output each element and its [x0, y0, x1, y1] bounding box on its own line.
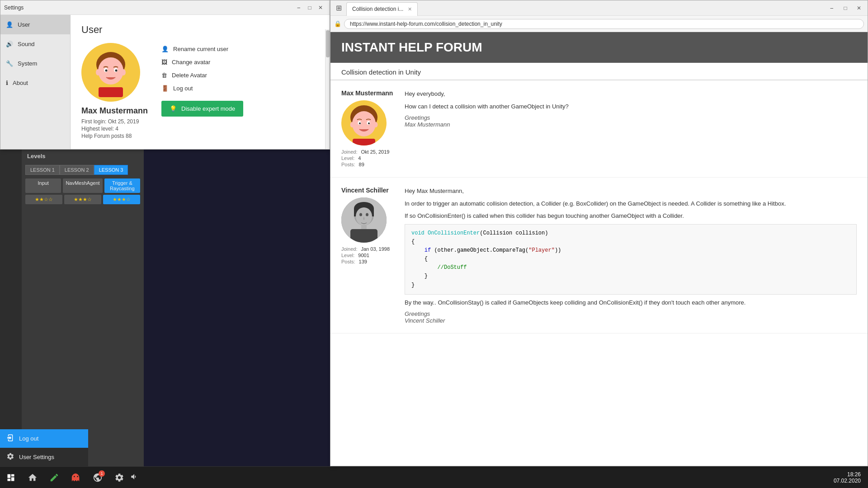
taskbar-settings-icon[interactable]	[108, 467, 130, 488]
post-content-max: Hey everybody, How can I detect a collis…	[405, 89, 857, 168]
lesson-2-tab[interactable]: LESSON 2	[60, 165, 94, 175]
code-brace-open: {	[411, 239, 415, 245]
delete-avatar-label: Delete Avatar	[172, 72, 207, 79]
code-if: if (other.gameObject.CompareTag("Player"…	[425, 247, 561, 253]
lesson-3-tab[interactable]: LESSON 3	[94, 165, 128, 175]
settings-content: User	[71, 15, 330, 149]
browser-minimize-button[interactable]: ‒	[825, 0, 839, 16]
svg-point-15	[368, 122, 370, 124]
first-login-stat: First login: Okt 25, 2019	[81, 118, 148, 125]
settings-close-button[interactable]: ✕	[315, 2, 326, 13]
logout-action-button[interactable]: 🚪 Log out	[161, 84, 243, 93]
code-comment: //DoStuff	[438, 264, 467, 271]
lesson-1-content: Input	[25, 178, 61, 193]
settings-nav-about[interactable]: ℹ About	[0, 73, 70, 93]
settings-minimize-button[interactable]: ‒	[293, 2, 304, 13]
post-text3-vincent: By the way.. OnCollisionStay() is called…	[405, 298, 857, 307]
svg-point-1	[98, 57, 123, 84]
user-meta: Max Mustermann First login: Okt 25, 2019…	[81, 106, 148, 139]
user-avatar	[81, 43, 140, 102]
lesson-2-content: NavMeshAgent	[63, 178, 102, 193]
settings-maximize-button[interactable]: □	[304, 2, 315, 13]
taskbar-home-icon[interactable]	[22, 467, 43, 488]
svg-point-16	[350, 122, 354, 127]
browser-active-tab[interactable]: Collision detection i... ✕	[346, 2, 418, 16]
svg-point-5	[105, 70, 108, 72]
svg-point-14	[359, 122, 361, 124]
taskbar-globe-icon[interactable]: 1	[87, 467, 108, 488]
change-avatar-label: Change avatar	[172, 59, 210, 66]
disable-expert-mode-button[interactable]: 💡 Disable expert mode	[161, 101, 243, 117]
browser-window-buttons: ‒ □ ✕	[825, 0, 866, 16]
user-card-max: Max Mustermann	[341, 89, 396, 168]
user-settings-icon	[6, 452, 14, 462]
lesson-3-stars: ★★★☆	[103, 195, 140, 204]
settings-nav-sound-label: Sound	[18, 41, 35, 47]
settings-nav-sound[interactable]: 🔊 Sound	[0, 34, 70, 54]
forum-posts-stat: Help Forum posts 88	[81, 133, 148, 139]
stars-3: ★★★☆	[106, 197, 137, 202]
browser-window: ⊞ Collision detection i... ✕ ‒ □ ✕ 🔒 htt…	[330, 0, 868, 466]
stars-2: ★★★☆	[67, 197, 99, 202]
grid-icon: ⊞	[332, 4, 345, 12]
expert-btn-label: Disable expert mode	[181, 105, 235, 112]
logout-menu-label: Log out	[19, 435, 38, 442]
forum-username-vincent: Vincent Schiller	[341, 187, 396, 194]
forum-post-2: Vincent Schiller	[330, 178, 868, 333]
taskbar-clock: 18:26 07.02.2020	[834, 471, 868, 484]
settings-window: Settings ‒ □ ✕ 👤 User 🔊 Sound 🔧 System ℹ…	[0, 0, 330, 150]
settings-titlebar: Settings ‒ □ ✕	[0, 0, 330, 15]
logout-menu-icon	[6, 434, 14, 443]
change-avatar-icon: 🖼	[161, 59, 167, 66]
levels-panel: Levels LESSON 1 LESSON 2 LESSON 3 Input …	[22, 149, 144, 466]
lesson-1-tab[interactable]: LESSON 1	[25, 165, 60, 175]
browser-url-bar[interactable]: https://www.instant-help-forum.com/colli…	[344, 19, 864, 29]
delete-avatar-button[interactable]: 🗑 Delete Avatar	[161, 71, 243, 80]
taskbar-date: 07.02.2020	[834, 478, 861, 484]
settings-sidebar: 👤 User 🔊 Sound 🔧 System ℹ About	[0, 15, 71, 149]
settings-window-title: Settings	[4, 5, 293, 11]
forum-post-1: Max Mustermann	[330, 80, 868, 178]
post-text1-vincent: In order to trigger an automatic collisi…	[405, 199, 857, 208]
joined-label-max: Joined:	[341, 149, 357, 155]
browser-maximize-button[interactable]: □	[839, 0, 852, 16]
user-settings-menu-item[interactable]: User Settings	[0, 448, 88, 466]
settings-scrollbar[interactable]	[325, 29, 330, 149]
settings-page-title: User	[81, 24, 319, 36]
forum-header: INSTANT HELP FORUM	[330, 32, 868, 63]
user-actions: 👤 Rename current user 🖼 Change avatar 🗑 …	[161, 45, 243, 117]
svg-point-7	[96, 69, 100, 75]
taskbar-ghost-icon[interactable]	[65, 467, 87, 488]
logout-menu-item[interactable]: Log out	[0, 429, 88, 448]
code-method-void: void OnCollisionEnter	[411, 230, 480, 236]
post-closing-name-max: Max Mustermann	[405, 121, 857, 128]
post-closing-max: Greetings Max Mustermann	[405, 114, 857, 128]
taskbar-start-button[interactable]	[0, 467, 22, 488]
settings-nav-user-label: User	[18, 21, 30, 28]
forum-username-max: Max Mustermann	[341, 89, 396, 97]
level-value-max: 4	[358, 155, 361, 161]
taskbar-volume-icon[interactable]	[130, 473, 142, 482]
settings-nav-user[interactable]: 👤 User	[0, 15, 70, 34]
level-value-vincent: 9001	[358, 253, 369, 258]
settings-scrollbar-thumb[interactable]	[326, 30, 330, 57]
logout-icon: 🚪	[161, 85, 169, 92]
change-avatar-button[interactable]: 🖼 Change avatar	[161, 58, 243, 66]
forum-avatar-max	[341, 100, 387, 145]
taskbar-time: 18:26	[834, 471, 861, 478]
user-settings-menu-label: User Settings	[19, 454, 54, 460]
post-closing-vincent: Greetings Vincent Schiller	[405, 310, 857, 324]
post-closing-name-vincent: Vincent Schiller	[405, 317, 857, 324]
tab-close-button[interactable]: ✕	[408, 6, 412, 12]
wrench-icon: 🔧	[6, 60, 13, 67]
forum-title: INSTANT HELP FORUM	[341, 40, 857, 55]
taskbar-pencil-icon[interactable]	[43, 467, 65, 488]
joined-value-vincent: Jan 03, 1998	[361, 246, 390, 252]
rename-user-button[interactable]: 👤 Rename current user	[161, 45, 243, 53]
posts-label-max: Posts:	[341, 162, 355, 167]
sound-icon: 🔊	[6, 41, 13, 47]
joined-label-vincent: Joined:	[341, 246, 357, 252]
lesson-1-stars: ★★☆☆	[25, 195, 62, 204]
settings-nav-system[interactable]: 🔧 System	[0, 54, 70, 73]
browser-close-button[interactable]: ✕	[852, 0, 866, 16]
